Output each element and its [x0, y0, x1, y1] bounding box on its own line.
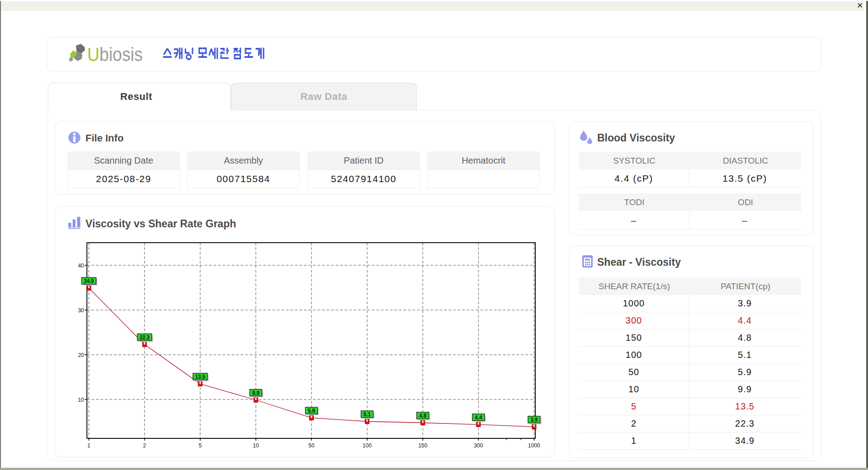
svg-text:22.3: 22.3 [140, 334, 150, 341]
svg-text:4.4: 4.4 [475, 414, 482, 421]
svg-text:5.1: 5.1 [363, 411, 371, 418]
svg-text:5.9: 5.9 [308, 407, 315, 414]
svg-text:2: 2 [143, 442, 146, 449]
svg-text:34.9: 34.9 [84, 277, 94, 284]
svg-text:20: 20 [78, 352, 84, 358]
svg-text:10: 10 [253, 442, 259, 449]
svg-text:150: 150 [418, 442, 427, 449]
svg-text:4.8: 4.8 [419, 412, 426, 419]
svg-text:300: 300 [474, 442, 483, 449]
svg-text:9.9: 9.9 [252, 390, 259, 396]
svg-text:30: 30 [78, 307, 84, 314]
svg-text:50: 50 [308, 442, 315, 449]
svg-text:40: 40 [78, 263, 84, 269]
svg-text:U: U [87, 44, 99, 65]
svg-text:1: 1 [87, 442, 90, 449]
svg-text:13.5: 13.5 [195, 373, 205, 380]
svg-text:100: 100 [363, 442, 372, 449]
svg-text:biosis: biosis [99, 44, 143, 65]
svg-text:5: 5 [198, 442, 202, 449]
svg-text:1000: 1000 [528, 442, 540, 449]
svg-text:3.9: 3.9 [530, 416, 538, 423]
svg-text:10: 10 [78, 397, 84, 403]
